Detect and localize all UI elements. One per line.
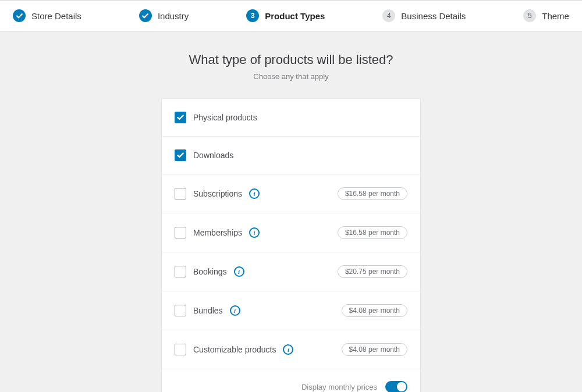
- check-icon: [139, 9, 152, 22]
- product-label: Downloads: [193, 151, 233, 160]
- product-label: Bookings: [193, 267, 227, 276]
- step-theme[interactable]: 5 Theme: [523, 9, 569, 22]
- product-label: Memberships: [193, 228, 242, 237]
- product-label: Customizable products: [193, 345, 276, 354]
- checkbox-customizable[interactable]: [175, 344, 186, 355]
- product-row-customizable[interactable]: Customizable products i $4.08 per month: [162, 330, 420, 369]
- product-row-memberships[interactable]: Memberships i $16.58 per month: [162, 213, 420, 252]
- step-business-details[interactable]: 4 Business Details: [382, 9, 466, 22]
- checkbox-bundles[interactable]: [175, 305, 186, 316]
- info-icon[interactable]: i: [249, 188, 260, 199]
- price-pill: $16.58 per month: [338, 187, 407, 200]
- info-icon[interactable]: i: [230, 305, 240, 316]
- product-label: Physical products: [193, 113, 257, 122]
- price-pill: $4.08 per month: [342, 304, 407, 317]
- product-label: Bundles: [193, 306, 223, 315]
- step-product-types[interactable]: 3 Product Types: [246, 9, 325, 22]
- product-row-bundles[interactable]: Bundles i $4.08 per month: [162, 291, 420, 330]
- product-row-downloads[interactable]: Downloads: [162, 137, 420, 174]
- step-label: Store Details: [31, 11, 81, 21]
- checkbox-physical[interactable]: [175, 112, 186, 123]
- checkbox-downloads[interactable]: [175, 149, 186, 161]
- checkbox-subscriptions[interactable]: [175, 188, 186, 199]
- page-title: What type of products will be listed?: [189, 52, 393, 67]
- display-prices-toggle-row: Display monthly prices: [162, 369, 420, 392]
- display-prices-toggle[interactable]: [385, 381, 407, 392]
- toggle-label: Display monthly prices: [301, 383, 377, 391]
- toggle-knob: [397, 382, 406, 391]
- product-types-card: Physical products Downloads Subscription…: [161, 98, 421, 392]
- info-icon[interactable]: i: [283, 344, 293, 355]
- step-label: Product Types: [265, 11, 325, 21]
- checkbox-memberships[interactable]: [175, 227, 186, 238]
- wizard-stepper: Store Details Industry 3 Product Types 4…: [0, 0, 582, 31]
- price-pill: $20.75 per month: [338, 265, 407, 278]
- info-icon[interactable]: i: [234, 266, 244, 277]
- product-row-subscriptions[interactable]: Subscriptions i $16.58 per month: [162, 174, 420, 213]
- checkbox-bookings[interactable]: [175, 266, 186, 277]
- step-industry[interactable]: Industry: [139, 9, 189, 22]
- product-row-physical[interactable]: Physical products: [162, 99, 420, 137]
- step-label: Industry: [158, 11, 189, 21]
- product-row-bookings[interactable]: Bookings i $20.75 per month: [162, 252, 420, 291]
- price-pill: $16.58 per month: [338, 226, 407, 239]
- step-number-badge: 3: [246, 9, 259, 22]
- info-icon[interactable]: i: [249, 227, 260, 238]
- step-label: Business Details: [401, 11, 466, 21]
- price-pill: $4.08 per month: [342, 343, 407, 356]
- page-subtitle: Choose any that apply: [253, 72, 328, 81]
- step-label: Theme: [542, 11, 569, 21]
- check-icon: [13, 9, 26, 22]
- product-label: Subscriptions: [193, 189, 242, 198]
- main-content: What type of products will be listed? Ch…: [0, 31, 582, 392]
- step-number-badge: 4: [382, 9, 395, 22]
- step-number-badge: 5: [523, 9, 536, 22]
- step-store-details[interactable]: Store Details: [13, 9, 81, 22]
